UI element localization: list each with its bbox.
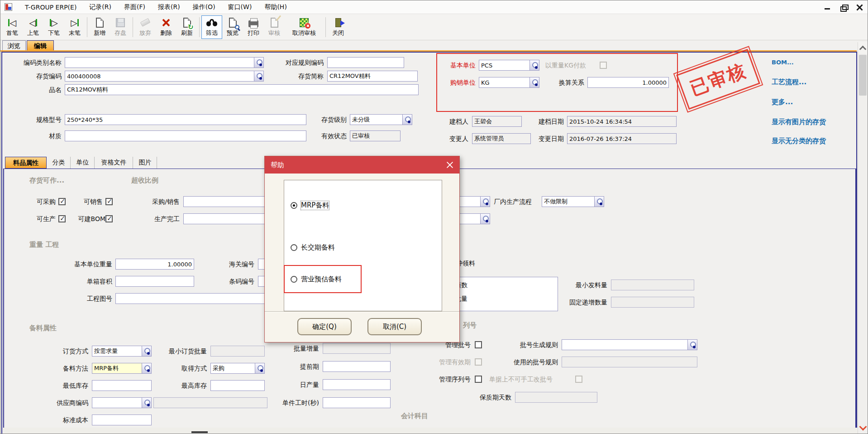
acquire-mode-input[interactable] [210,363,255,374]
menu-window[interactable]: 窗口(W) [222,1,258,13]
menu-operation[interactable]: 操作(O) [186,1,222,13]
conversion-input[interactable] [587,77,669,88]
close-window-button[interactable]: 关闭 [328,15,348,39]
filter-button[interactable]: 筛选 [201,15,222,39]
next-record-button[interactable]: ▷ 下笔 [43,15,64,39]
scroll-down-icon[interactable] [858,422,868,433]
last-record-button[interactable]: ▷ 末笔 [64,15,85,39]
min-stock-input[interactable] [92,380,152,391]
subtab-item-attributes[interactable]: 料品属性 [5,157,47,169]
trade-unit-input[interactable] [479,77,529,88]
dialog-titlebar[interactable]: 帮助 [265,156,459,174]
link-show-with-images[interactable]: 显示有图片的存货 [772,118,826,126]
option-long-leadtime[interactable]: 长交期备料 [291,242,335,252]
lookup-icon[interactable] [254,71,264,82]
subtab-qualification[interactable]: 资格文件 [95,157,133,169]
preview-button[interactable]: 预览 [222,15,243,39]
max-stock-input[interactable] [210,380,265,391]
unit-work-time-input[interactable] [323,397,391,408]
base-unit-input[interactable] [479,60,529,71]
sellable-checkbox[interactable] [105,198,113,205]
link-bom[interactable]: BOM... [772,59,794,66]
option-sales-forecast[interactable]: 营业预估备料 [291,274,342,284]
scrollbar-thumb[interactable] [859,55,867,96]
manage-serial-checkbox[interactable] [475,376,482,383]
create-date-label: 建档日期 [532,116,564,127]
product-name-input[interactable] [65,84,419,95]
lookup-icon[interactable] [480,213,490,224]
production-finish-input[interactable] [183,213,268,224]
menu-report[interactable]: 报表(R) [152,1,186,13]
lead-time-input[interactable] [323,361,391,372]
can-bom-checkbox[interactable] [105,215,113,222]
lookup-icon[interactable] [142,363,152,374]
purchase-sale-input[interactable] [183,196,268,207]
material-label: 材质 [10,130,62,141]
new-button[interactable]: 新增 [89,15,110,39]
dialog-close-icon[interactable] [446,161,454,169]
ok-button[interactable]: 确定(Q) [297,318,352,335]
lookup-icon[interactable] [255,363,265,374]
item-short-input[interactable] [327,71,418,82]
minimize-icon[interactable] [822,3,832,12]
producible-checkbox[interactable] [58,215,66,222]
lookup-icon[interactable] [480,196,490,207]
menu-tgroup-erp[interactable]: T-GROUP ERP(E) [19,2,83,13]
lookup-icon[interactable] [142,397,152,408]
tab-browse[interactable]: 浏览 [2,40,26,51]
menu-record[interactable]: 记录(R) [83,1,118,13]
lookup-icon[interactable] [687,339,697,350]
daily-output-input[interactable] [323,379,391,390]
print-button[interactable]: 打印 [243,15,264,39]
standard-cost-input[interactable] [92,415,152,425]
factory-flow-input[interactable] [542,196,594,207]
subtab-image[interactable]: 图片 [134,157,157,169]
link-more[interactable]: 更多... [772,98,793,106]
lookup-icon[interactable] [529,60,539,71]
link-show-unclassified[interactable]: 显示无分类的存货 [772,137,826,145]
order-mode-input[interactable] [92,346,142,357]
previous-record-button[interactable]: ◁ 上笔 [23,15,43,39]
refresh-button[interactable]: ↻ 刷新 [176,15,197,39]
coding-category-input[interactable] [65,57,254,68]
sales-forecast-radio[interactable] [291,276,297,283]
menu-help[interactable]: 帮助(H) [258,1,293,13]
material-input[interactable] [65,130,306,141]
first-record-button[interactable]: ◁ 首笔 [2,15,23,39]
long-leadtime-radio[interactable] [291,244,297,251]
level-input[interactable] [350,114,402,125]
manage-batch-checkbox[interactable] [475,341,482,348]
mrp-radio[interactable] [291,202,297,209]
item-code-input[interactable] [65,71,254,82]
box-volume-input[interactable] [115,276,194,287]
lookup-icon[interactable] [142,346,152,357]
lookup-icon[interactable] [402,114,412,125]
lookup-icon[interactable] [594,196,604,207]
drawing-no-input[interactable] [115,293,268,304]
status-value [350,130,401,141]
cancel-button[interactable]: 取消(C) [367,318,422,335]
rule-code-input[interactable] [327,57,404,68]
menu-interface[interactable]: 界面(F) [118,1,152,13]
prep-method-input[interactable] [92,363,142,374]
batch-rule-input[interactable] [562,339,687,350]
option-mrp[interactable]: MRP备料 [291,200,329,210]
delete-button[interactable]: 删除 [156,15,176,39]
scroll-up-icon[interactable] [858,42,868,54]
spec-input[interactable] [65,114,306,125]
lookup-icon[interactable] [254,57,264,68]
link-process-flow[interactable]: 工艺流程... [772,78,806,87]
cancel-approve-button[interactable]: 取消审核 [285,15,324,39]
restore-icon[interactable] [839,3,849,12]
lookup-icon[interactable] [529,77,539,88]
purchasable-checkbox[interactable] [58,198,66,205]
close-icon[interactable] [855,3,865,12]
subtab-unit[interactable]: 单位 [71,157,95,169]
subtab-category[interactable]: 分类 [47,157,71,169]
base-unit-weight-input[interactable] [115,259,194,270]
first-record-icon: ◁ [8,17,16,29]
used-batch-rule-label: 使用的批号规则 [506,357,558,367]
tab-edit[interactable]: 编辑 [27,40,54,51]
vertical-scrollbar[interactable] [858,42,867,434]
supplier-code-input[interactable] [92,397,142,408]
